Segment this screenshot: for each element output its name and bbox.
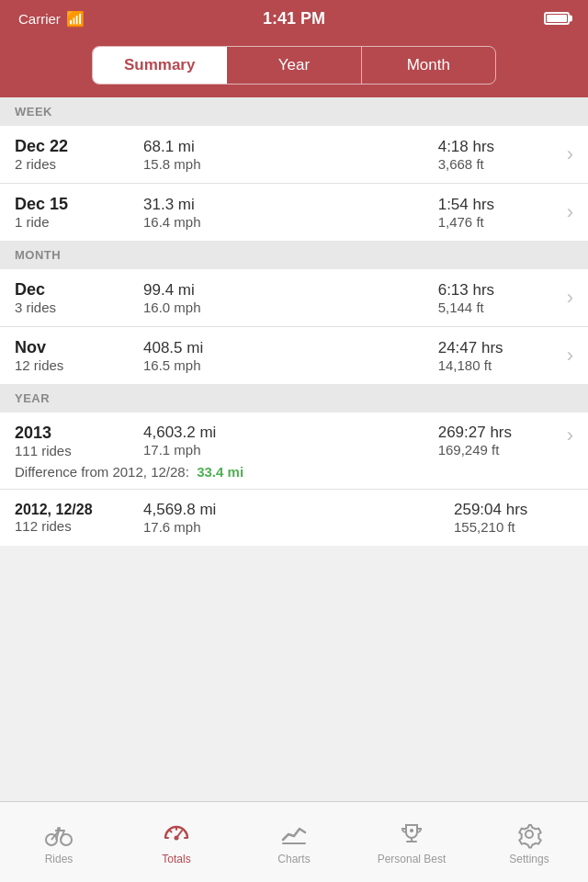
- row-elevation: 3,668 ft: [438, 156, 558, 172]
- row-elevation: 169,249 ft: [438, 442, 558, 458]
- tab-rides[interactable]: Rides: [0, 812, 118, 873]
- tab-summary[interactable]: Summary: [93, 47, 227, 84]
- row-time: 24:47 hrs: [438, 339, 558, 357]
- chart-icon: [279, 820, 309, 849]
- section-header-year: YEAR: [0, 384, 588, 413]
- battery-icon: [544, 12, 570, 25]
- row-time: 259:04 hrs: [454, 501, 573, 519]
- row-right: 259:04 hrs 155,210 ft: [454, 501, 573, 535]
- status-time: 1:41 PM: [263, 9, 325, 28]
- month-rows: Dec 3 rides 99.4 mi 16.0 mph 6:13 hrs 5,…: [0, 269, 588, 384]
- row-rides: 2 rides: [15, 156, 143, 172]
- row-speed: 16.4 mph: [143, 214, 438, 230]
- row-mid: 68.1 mi 15.8 mph: [143, 138, 438, 172]
- row-time: 269:27 hrs: [438, 424, 558, 442]
- chevron-icon: ›: [558, 200, 573, 224]
- row-mid: 4,569.8 mi 17.6 mph: [143, 501, 454, 535]
- row-distance: 68.1 mi: [143, 138, 438, 156]
- row-speed: 16.5 mph: [143, 357, 438, 373]
- row-date-group: Dec 3 rides: [15, 280, 143, 315]
- row-speed: 16.0 mph: [143, 300, 438, 315]
- row-elevation: 14,180 ft: [438, 357, 558, 373]
- bike-icon: [44, 820, 74, 849]
- tab-month[interactable]: Month: [362, 47, 495, 84]
- section-header-month: MONTH: [0, 241, 588, 269]
- chevron-icon: ›: [558, 424, 573, 447]
- row-date-group: Dec 15 1 ride: [15, 195, 143, 230]
- diff-label: Difference from 2012, 12/28:: [15, 464, 193, 480]
- row-date: Dec 15: [15, 195, 143, 214]
- row-date: Dec 22: [15, 137, 143, 156]
- row-rides: 3 rides: [15, 300, 143, 315]
- tab-charts-label: Charts: [277, 853, 310, 865]
- tab-charts[interactable]: Charts: [235, 812, 353, 873]
- week-rows: Dec 22 2 rides 68.1 mi 15.8 mph 4:18 hrs…: [0, 126, 588, 241]
- tab-totals-label: Totals: [162, 853, 190, 865]
- row-distance: 31.3 mi: [143, 196, 438, 214]
- row-date-group: 2013 111 rides: [15, 424, 143, 458]
- row-distance: 99.4 mi: [143, 281, 438, 300]
- tab-rides-label: Rides: [45, 853, 74, 865]
- row-elevation: 155,210 ft: [454, 519, 573, 535]
- chevron-icon: ›: [558, 286, 573, 310]
- row-speed: 15.8 mph: [143, 156, 438, 172]
- table-row[interactable]: 2013 111 rides 4,603.2 mi 17.1 mph 269:2…: [0, 413, 588, 490]
- section-header-week: WEEK: [0, 97, 588, 126]
- row-distance: 4,569.8 mi: [143, 501, 454, 519]
- status-bar: Carrier 📶 1:41 PM: [0, 0, 588, 37]
- row-speed: 17.1 mph: [143, 442, 438, 458]
- row-date-group: 2012, 12/28 112 rides: [15, 502, 143, 534]
- row-mid: 408.5 mi 16.5 mph: [143, 339, 438, 373]
- tab-settings[interactable]: Settings: [470, 812, 588, 873]
- row-speed: 17.6 mph: [143, 519, 454, 535]
- row-mid: 4,603.2 mi 17.1 mph: [143, 424, 438, 458]
- gauge-icon: [162, 820, 191, 849]
- table-row[interactable]: Nov 12 rides 408.5 mi 16.5 mph 24:47 hrs…: [0, 327, 588, 384]
- row-right: 269:27 hrs 169,249 ft: [438, 424, 558, 458]
- bottom-tab-bar: Rides Totals Charts: [0, 801, 588, 882]
- main-content: WEEK Dec 22 2 rides 68.1 mi 15.8 mph 4:1…: [0, 97, 588, 794]
- carrier-text: Carrier: [18, 11, 61, 27]
- row-right: 6:13 hrs 5,144 ft: [438, 281, 558, 315]
- row-time: 1:54 hrs: [438, 196, 558, 214]
- row-distance: 408.5 mi: [143, 339, 438, 357]
- svg-line-9: [170, 830, 172, 831]
- row-time: 4:18 hrs: [438, 138, 558, 156]
- tab-year[interactable]: Year: [227, 47, 361, 84]
- chevron-icon: ›: [558, 344, 573, 368]
- top-tab-bar: Summary Year Month: [0, 37, 588, 97]
- row-date-group: Nov 12 rides: [15, 338, 143, 373]
- svg-point-17: [526, 831, 533, 838]
- top-tab-group: Summary Year Month: [92, 46, 496, 85]
- carrier-info: Carrier 📶: [18, 10, 85, 28]
- chevron-icon: ›: [558, 142, 573, 166]
- row-elevation: 5,144 ft: [438, 300, 558, 315]
- table-row[interactable]: 2012, 12/28 112 rides 4,569.8 mi 17.6 mp…: [0, 490, 588, 546]
- row-rides: 112 rides: [15, 518, 143, 534]
- tab-personal-best-label: Personal Best: [378, 853, 447, 865]
- row-date: Dec: [15, 280, 143, 300]
- row-mid: 99.4 mi 16.0 mph: [143, 281, 438, 315]
- row-rides: 1 ride: [15, 214, 143, 230]
- row-difference: Difference from 2012, 12/28: 33.4 mi: [15, 460, 573, 480]
- year-rows: 2013 111 rides 4,603.2 mi 17.1 mph 269:2…: [0, 413, 588, 546]
- row-right: 1:54 hrs 1,476 ft: [438, 196, 558, 230]
- table-row[interactable]: Dec 15 1 ride 31.3 mi 16.4 mph 1:54 hrs …: [0, 184, 588, 241]
- svg-point-6: [175, 835, 179, 840]
- diff-value: 33.4 mi: [197, 464, 243, 480]
- row-distance: 4,603.2 mi: [143, 424, 438, 442]
- table-row[interactable]: Dec 22 2 rides 68.1 mi 15.8 mph 4:18 hrs…: [0, 126, 588, 184]
- row-rides: 111 rides: [15, 443, 143, 458]
- row-date: 2012, 12/28: [15, 502, 143, 518]
- row-date: 2013: [15, 424, 143, 443]
- table-row[interactable]: Dec 3 rides 99.4 mi 16.0 mph 6:13 hrs 5,…: [0, 269, 588, 327]
- row-right: 24:47 hrs 14,180 ft: [438, 339, 558, 373]
- row-time: 6:13 hrs: [438, 281, 558, 300]
- row-date-group: Dec 22 2 rides: [15, 137, 143, 172]
- tab-personal-best[interactable]: Personal Best: [353, 812, 470, 873]
- wifi-icon: 📶: [66, 10, 85, 28]
- row-date: Nov: [15, 338, 143, 357]
- row-elevation: 1,476 ft: [438, 214, 558, 230]
- tab-totals[interactable]: Totals: [118, 812, 235, 873]
- trophy-icon: [397, 820, 426, 849]
